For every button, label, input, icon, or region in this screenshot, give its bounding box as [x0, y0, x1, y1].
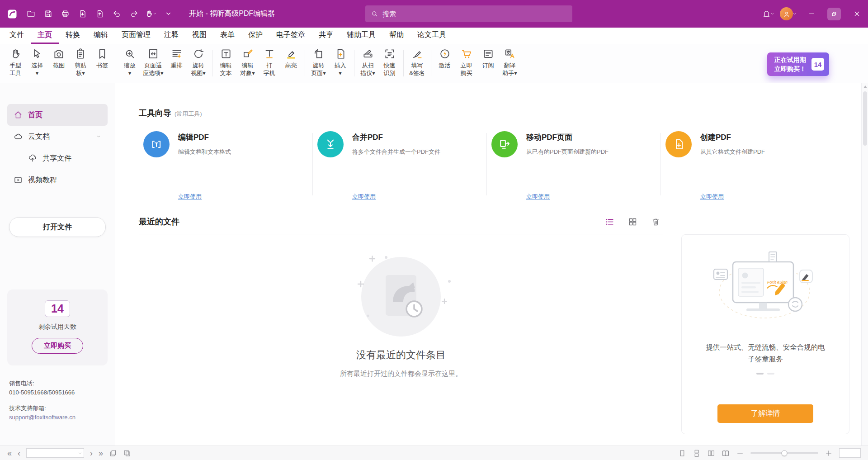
zoom-slider[interactable] — [750, 452, 818, 454]
ribbon-button-quick-ocr[interactable]: 快速 识别 — [379, 46, 401, 81]
menu-tab-file[interactable]: 文件 — [3, 28, 31, 44]
menu-tab-help[interactable]: 帮助 — [382, 28, 410, 44]
ribbon-button-edit-text[interactable]: 编辑 文本 — [215, 46, 237, 81]
search-input[interactable] — [382, 10, 567, 18]
menu-tab-form[interactable]: 表单 — [213, 28, 241, 44]
menu-tab-accessibility[interactable]: 辅助工具 — [340, 28, 382, 44]
facing-pages-view-icon[interactable] — [707, 449, 715, 457]
menu-tab-home[interactable]: 主页 — [31, 28, 59, 44]
zoom-slider-thumb[interactable] — [782, 450, 788, 456]
menu-tab-share[interactable]: 共享 — [312, 28, 340, 44]
menu-tab-protect[interactable]: 保护 — [241, 28, 269, 44]
tool-card-merge-pdf[interactable]: 合并PDF 将多个文件合并生成一个PDF文件 立即使用 — [313, 129, 486, 205]
ribbon-button-select[interactable]: 选择 ▾ — [26, 46, 48, 81]
ribbon-button-hand-tool[interactable]: 手型 工具 — [5, 46, 26, 81]
tool-card-move-pdf-pages[interactable]: 移动PDF页面 从已有的PDF页面创建新的PDF 立即使用 — [487, 129, 660, 205]
zoom-percent-box[interactable] — [839, 448, 861, 458]
chevron-down-icon[interactable] — [78, 451, 82, 455]
learn-more-button[interactable]: 了解详情 — [717, 404, 813, 423]
use-now-link-create-pdf[interactable]: 立即使用 — [700, 193, 724, 201]
menu-tab-comment[interactable]: 注释 — [157, 28, 185, 44]
vertical-scrollbar[interactable] — [861, 83, 868, 446]
scroll-up-arrow[interactable] — [863, 85, 867, 88]
sidebar-item-home[interactable]: 首页 — [7, 104, 108, 126]
zoom-percent-input[interactable] — [840, 449, 860, 457]
ribbon-button-zoom[interactable]: 缩放 ▾ — [119, 46, 141, 81]
sidebar-item-shared-files[interactable]: 共享文件 — [7, 147, 108, 169]
open-file-button[interactable] — [23, 6, 39, 22]
save-icon — [44, 9, 52, 18]
zoom-out-button[interactable] — [736, 449, 744, 457]
menu-tab-esign[interactable]: 电子签章 — [269, 28, 312, 44]
page-number-box[interactable] — [26, 448, 84, 458]
last-page-button[interactable]: » — [99, 449, 103, 457]
menu-tab-paper-tools[interactable]: 论文工具 — [410, 28, 453, 44]
first-page-button[interactable]: « — [7, 449, 12, 457]
redo-button[interactable] — [126, 6, 142, 22]
ribbon-button-subscribe[interactable]: 订阅 — [477, 46, 499, 81]
notifications-button[interactable] — [760, 6, 777, 22]
ribbon-button-reflow[interactable]: 重排 — [166, 46, 188, 81]
close-button[interactable] — [845, 0, 868, 28]
chevron-down-icon[interactable] — [96, 134, 101, 139]
save-button[interactable] — [40, 6, 56, 22]
tools-wizard-subtitle: (常用工具) — [175, 110, 202, 118]
restore-button[interactable] — [823, 0, 845, 28]
menu-tab-convert[interactable]: 转换 — [59, 28, 87, 44]
sidebar-item-cloud-docs[interactable]: 云文档 — [7, 126, 108, 147]
ribbon-button-fit-options[interactable]: 页面适 应选项▾ — [141, 46, 166, 81]
use-now-link-edit-pdf[interactable]: 立即使用 — [178, 193, 202, 201]
use-now-link-move-pages[interactable]: 立即使用 — [526, 193, 550, 201]
ribbon-button-fill-sign[interactable]: 填写 &签名 — [406, 46, 428, 81]
support-email-link[interactable]: support@foxitsoftware.cn — [9, 413, 106, 422]
account-menu[interactable] — [777, 6, 800, 22]
clear-recent-trash-icon[interactable] — [651, 217, 660, 227]
print-button[interactable] — [57, 6, 73, 22]
prev-page-button[interactable]: ‹ — [18, 449, 20, 457]
next-page-button[interactable]: › — [90, 449, 93, 457]
search-box[interactable] — [365, 5, 572, 22]
ribbon-button-insert[interactable]: 插入 ▾ — [330, 46, 351, 81]
open-file-button-sidebar[interactable]: 打开文件 — [9, 217, 106, 237]
single-page-view-icon[interactable] — [678, 449, 686, 457]
scrollbar-thumb[interactable] — [863, 91, 867, 146]
page-number-input[interactable] — [28, 450, 77, 456]
ribbon-button-rotate-pages[interactable]: 旋转 页面▾ — [308, 46, 330, 81]
tool-card-edit-pdf[interactable]: 编辑PDF 编辑文档和文本格式 立即使用 — [139, 129, 312, 205]
carousel-dots[interactable] — [756, 373, 774, 375]
customize-toolbar-button[interactable] — [160, 6, 176, 22]
ribbon-button-clipboard[interactable]: 剪贴 板▾ — [70, 46, 91, 81]
zoom-in-button[interactable] — [825, 449, 833, 457]
undo-button[interactable] — [108, 6, 125, 22]
ribbon-button-highlight[interactable]: 高亮 — [280, 46, 302, 81]
ribbon-button-bookmark[interactable]: 书签 — [91, 46, 113, 81]
sidebar-item-video-tutorials[interactable]: 视频教程 — [7, 169, 108, 191]
buy-now-button[interactable]: 立即购买 — [32, 338, 83, 354]
use-now-link-merge-pdf[interactable]: 立即使用 — [352, 193, 376, 201]
ribbon-button-from-scanner[interactable]: 从扫 描仪▾ — [357, 46, 379, 81]
ribbon-button-buy-now[interactable]: 立即 购买 — [456, 46, 477, 81]
ribbon-button-edit-object[interactable]: 编辑 对象▾ — [237, 46, 259, 81]
foxit-logo[interactable] — [5, 6, 20, 22]
minimize-button[interactable] — [800, 0, 823, 28]
duplicate-page-icon[interactable] — [123, 449, 131, 457]
menu-tab-view[interactable]: 视图 — [185, 28, 213, 44]
rotate-pages-icon — [313, 48, 325, 60]
grid-view-icon[interactable] — [628, 217, 637, 227]
menu-tab-page-manage[interactable]: 页面管理 — [115, 28, 157, 44]
hand-tool-dropdown[interactable] — [143, 6, 159, 22]
ribbon-button-translate-assistant[interactable]: 翻译 助手▾ — [499, 46, 521, 81]
book-view-icon[interactable] — [722, 449, 730, 457]
export-button[interactable] — [74, 6, 90, 22]
trial-period-badge[interactable]: 正在试用期 立即购买！ 14 — [767, 52, 829, 76]
ribbon-button-rotate-view[interactable]: 旋转 视图▾ — [188, 46, 209, 81]
ribbon-button-typewriter[interactable]: 打 字机 — [259, 46, 280, 81]
menu-tab-edit[interactable]: 编辑 — [87, 28, 115, 44]
continuous-view-icon[interactable] — [693, 449, 701, 457]
snapshot-page-icon[interactable] — [109, 449, 117, 457]
ribbon-button-snapshot[interactable]: 截图 — [48, 46, 70, 81]
list-view-icon[interactable] — [605, 217, 614, 227]
tool-card-create-pdf[interactable]: 创建PDF 从其它格式文件创建PDF 立即使用 — [661, 129, 835, 205]
ribbon-button-activate[interactable]: 激活 — [434, 46, 456, 81]
share-file-button[interactable] — [91, 6, 108, 22]
